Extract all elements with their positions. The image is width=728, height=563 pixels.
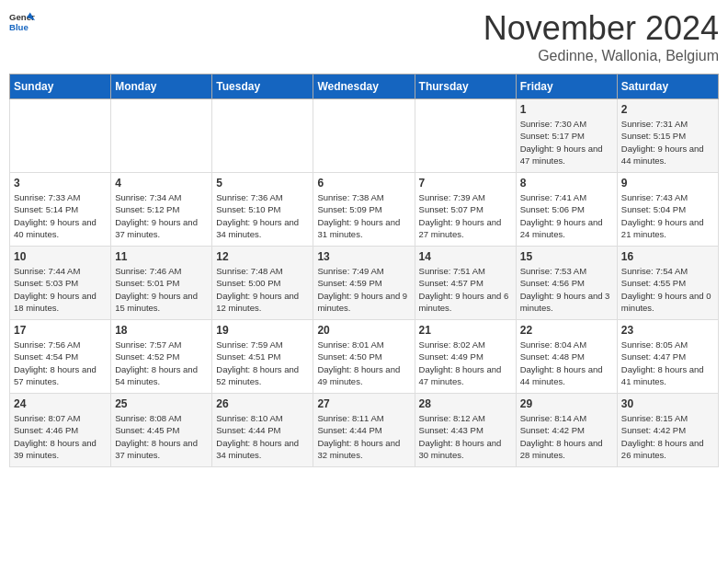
day-number: 5 [216,177,309,190]
calendar-cell [111,99,212,173]
day-number: 17 [14,324,107,337]
subtitle: Gedinne, Wallonia, Belgium [483,48,719,64]
calendar-cell: 24Sunrise: 8:07 AM Sunset: 4:46 PM Dayli… [10,394,111,467]
calendar-cell: 29Sunrise: 8:14 AM Sunset: 4:42 PM Dayli… [516,394,617,467]
calendar-cell [415,99,516,173]
day-info: Sunrise: 7:33 AM Sunset: 5:14 PM Dayligh… [14,191,107,240]
calendar-cell: 8Sunrise: 7:41 AM Sunset: 5:06 PM Daylig… [516,173,617,247]
day-number: 30 [621,397,714,410]
calendar-week-row: 3Sunrise: 7:33 AM Sunset: 5:14 PM Daylig… [10,173,719,247]
calendar-cell: 15Sunrise: 7:53 AM Sunset: 4:56 PM Dayli… [516,247,617,320]
calendar-cell: 23Sunrise: 8:05 AM Sunset: 4:47 PM Dayli… [617,320,718,394]
calendar-cell [10,99,111,173]
calendar-table: SundayMondayTuesdayWednesdayThursdayFrid… [9,74,719,467]
calendar-cell: 13Sunrise: 7:49 AM Sunset: 4:59 PM Dayli… [313,247,415,320]
day-info: Sunrise: 8:15 AM Sunset: 4:42 PM Dayligh… [621,412,714,461]
calendar-cell: 18Sunrise: 7:57 AM Sunset: 4:52 PM Dayli… [111,320,212,394]
day-info: Sunrise: 7:31 AM Sunset: 5:15 PM Dayligh… [621,118,714,167]
day-number: 14 [419,250,512,263]
day-number: 4 [115,177,208,190]
day-number: 1 [520,103,613,116]
calendar-cell: 6Sunrise: 7:38 AM Sunset: 5:09 PM Daylig… [313,173,415,247]
calendar-cell: 30Sunrise: 8:15 AM Sunset: 4:42 PM Dayli… [617,394,718,467]
day-info: Sunrise: 7:46 AM Sunset: 5:01 PM Dayligh… [115,265,208,314]
day-info: Sunrise: 8:07 AM Sunset: 4:46 PM Dayligh… [14,412,107,461]
day-number: 7 [419,177,512,190]
day-info: Sunrise: 8:08 AM Sunset: 4:45 PM Dayligh… [115,412,208,461]
logo-icon: General Blue [9,9,35,35]
main-title: November 2024 [483,9,719,48]
svg-text:Blue: Blue [9,22,28,32]
day-info: Sunrise: 7:43 AM Sunset: 5:04 PM Dayligh… [621,191,714,240]
day-info: Sunrise: 8:14 AM Sunset: 4:42 PM Dayligh… [520,412,613,461]
header-day-tuesday: Tuesday [212,75,313,99]
calendar-week-row: 24Sunrise: 8:07 AM Sunset: 4:46 PM Dayli… [10,394,719,467]
header-day-saturday: Saturday [617,75,718,99]
day-info: Sunrise: 7:38 AM Sunset: 5:09 PM Dayligh… [317,191,410,240]
calendar-cell: 4Sunrise: 7:34 AM Sunset: 5:12 PM Daylig… [111,173,212,247]
calendar-week-row: 17Sunrise: 7:56 AM Sunset: 4:54 PM Dayli… [10,320,719,394]
day-number: 21 [419,324,512,337]
header-day-sunday: Sunday [10,75,111,99]
day-info: Sunrise: 7:56 AM Sunset: 4:54 PM Dayligh… [14,339,107,387]
day-number: 25 [115,397,208,410]
calendar-cell: 25Sunrise: 8:08 AM Sunset: 4:45 PM Dayli… [111,394,212,467]
calendar-cell: 11Sunrise: 7:46 AM Sunset: 5:01 PM Dayli… [111,247,212,320]
day-number: 23 [621,324,714,337]
header-day-friday: Friday [516,75,617,99]
day-number: 18 [115,324,208,337]
calendar-cell [212,99,313,173]
day-number: 2 [621,103,714,116]
day-info: Sunrise: 7:53 AM Sunset: 4:56 PM Dayligh… [520,265,613,314]
day-info: Sunrise: 8:11 AM Sunset: 4:44 PM Dayligh… [317,412,410,461]
day-number: 9 [621,177,714,190]
day-info: Sunrise: 8:04 AM Sunset: 4:48 PM Dayligh… [520,339,613,387]
calendar-week-row: 10Sunrise: 7:44 AM Sunset: 5:03 PM Dayli… [10,247,719,320]
day-number: 27 [317,397,410,410]
calendar-cell: 26Sunrise: 8:10 AM Sunset: 4:44 PM Dayli… [212,394,313,467]
header-day-monday: Monday [111,75,212,99]
day-number: 29 [520,397,613,410]
day-info: Sunrise: 8:12 AM Sunset: 4:43 PM Dayligh… [419,412,512,461]
calendar-cell: 28Sunrise: 8:12 AM Sunset: 4:43 PM Dayli… [415,394,516,467]
day-number: 20 [317,324,410,337]
calendar-cell: 9Sunrise: 7:43 AM Sunset: 5:04 PM Daylig… [617,173,718,247]
day-info: Sunrise: 7:44 AM Sunset: 5:03 PM Dayligh… [14,265,107,314]
day-info: Sunrise: 7:34 AM Sunset: 5:12 PM Dayligh… [115,191,208,240]
calendar-cell: 20Sunrise: 8:01 AM Sunset: 4:50 PM Dayli… [313,320,415,394]
day-number: 13 [317,250,410,263]
title-area: November 2024 Gedinne, Wallonia, Belgium [483,9,719,64]
day-info: Sunrise: 7:59 AM Sunset: 4:51 PM Dayligh… [216,339,309,387]
day-number: 6 [317,177,410,190]
day-info: Sunrise: 8:05 AM Sunset: 4:47 PM Dayligh… [621,339,714,387]
calendar-cell: 3Sunrise: 7:33 AM Sunset: 5:14 PM Daylig… [10,173,111,247]
calendar-cell: 10Sunrise: 7:44 AM Sunset: 5:03 PM Dayli… [10,247,111,320]
day-info: Sunrise: 7:41 AM Sunset: 5:06 PM Dayligh… [520,191,613,240]
day-info: Sunrise: 7:57 AM Sunset: 4:52 PM Dayligh… [115,339,208,387]
day-info: Sunrise: 7:51 AM Sunset: 4:57 PM Dayligh… [419,265,512,314]
calendar-body: 1Sunrise: 7:30 AM Sunset: 5:17 PM Daylig… [10,99,719,467]
calendar-cell: 21Sunrise: 8:02 AM Sunset: 4:49 PM Dayli… [415,320,516,394]
calendar-cell: 16Sunrise: 7:54 AM Sunset: 4:55 PM Dayli… [617,247,718,320]
day-info: Sunrise: 8:01 AM Sunset: 4:50 PM Dayligh… [317,339,410,387]
calendar-cell: 14Sunrise: 7:51 AM Sunset: 4:57 PM Dayli… [415,247,516,320]
day-number: 8 [520,177,613,190]
day-number: 10 [14,250,107,263]
header-day-wednesday: Wednesday [313,75,415,99]
day-info: Sunrise: 7:30 AM Sunset: 5:17 PM Dayligh… [520,118,613,167]
day-info: Sunrise: 7:36 AM Sunset: 5:10 PM Dayligh… [216,191,309,240]
day-number: 3 [14,177,107,190]
day-number: 11 [115,250,208,263]
header: General Blue November 2024 Gedinne, Wall… [9,9,719,64]
day-info: Sunrise: 7:49 AM Sunset: 4:59 PM Dayligh… [317,265,410,314]
calendar-week-row: 1Sunrise: 7:30 AM Sunset: 5:17 PM Daylig… [10,99,719,173]
day-info: Sunrise: 7:39 AM Sunset: 5:07 PM Dayligh… [419,191,512,240]
calendar-cell: 27Sunrise: 8:11 AM Sunset: 4:44 PM Dayli… [313,394,415,467]
day-number: 16 [621,250,714,263]
header-day-thursday: Thursday [415,75,516,99]
calendar-cell: 7Sunrise: 7:39 AM Sunset: 5:07 PM Daylig… [415,173,516,247]
calendar-header-row: SundayMondayTuesdayWednesdayThursdayFrid… [10,75,719,99]
day-number: 12 [216,250,309,263]
calendar-cell: 12Sunrise: 7:48 AM Sunset: 5:00 PM Dayli… [212,247,313,320]
day-number: 24 [14,397,107,410]
